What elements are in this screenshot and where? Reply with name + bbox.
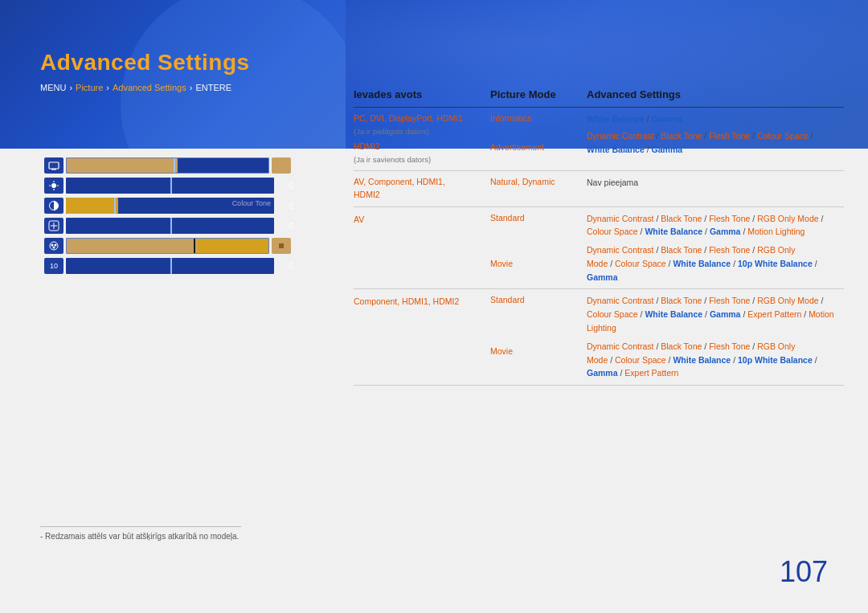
contrast-icon — [44, 198, 63, 214]
tint-icon: 10 — [44, 258, 63, 274]
breadcrumb-entere: ENTERE — [195, 83, 231, 92]
page-number: 107 — [780, 555, 828, 589]
breadcrumb: MENU › Picture › Advanced Settings › ENT… — [40, 83, 231, 92]
breadcrumb-picture: Picture — [76, 83, 103, 92]
slider-value-6: 0 — [277, 261, 293, 271]
cell-mode-1: Informatics Advertisement — [490, 112, 587, 154]
breadcrumb-menu: MENU — [40, 83, 66, 92]
table-row-1: PC, DVI, DisplayPort, HDMI1 (Ja ir pielā… — [354, 108, 844, 171]
cell-source-1: PC, DVI, DisplayPort, HDMI1 (Ja ir pielā… — [354, 112, 490, 166]
svg-rect-16 — [279, 243, 284, 248]
cell-source-4: Component, HDMI1, HDMI2 — [354, 294, 490, 309]
svg-point-3 — [51, 183, 56, 188]
col-header-source: Ievades avots — [354, 88, 490, 100]
color-icon — [44, 238, 63, 254]
note: - Redzamais attēls var būt atšķirīgs atk… — [40, 526, 241, 541]
slider-row-1 — [44, 157, 293, 174]
slider-value-3: 0 — [277, 201, 293, 210]
svg-rect-0 — [49, 162, 59, 169]
sliders-container: 0 Colour Tone 0 0 — [44, 157, 293, 277]
brightness-icon — [44, 178, 63, 194]
cell-settings-4: Dynamic Contrast / Black Tone / Flesh To… — [587, 294, 844, 380]
table-row-2: AV, Component, HDMI1,HDMI2 Natural, Dyna… — [354, 171, 844, 207]
settings-table: Ievades avots Picture Mode Advanced Sett… — [354, 88, 844, 386]
tv-icon — [44, 157, 63, 174]
cell-mode-4: Standard Movie — [490, 294, 587, 358]
slider-row-4: 0 — [44, 217, 293, 235]
svg-point-13 — [51, 244, 54, 247]
slider-bar-2[interactable] — [66, 178, 274, 194]
page-title: Advanced Settings — [40, 50, 250, 76]
slider-bar-5[interactable] — [66, 238, 269, 254]
col-header-settings: Advanced Settings — [587, 88, 844, 100]
svg-point-15 — [53, 247, 55, 249]
cell-source-3: AV — [354, 212, 490, 227]
svg-rect-2 — [278, 162, 285, 169]
slider-bar-6[interactable] — [66, 258, 274, 274]
slider-row-3: Colour Tone 0 — [44, 197, 293, 215]
slider-value-4: 0 — [277, 221, 293, 231]
table-header: Ievades avots Picture Mode Advanced Sett… — [354, 88, 844, 108]
cell-settings-1: White Balance / Gamma Dynamic Contrast /… — [587, 112, 844, 156]
slider-bar-3[interactable]: Colour Tone — [66, 198, 274, 214]
slider-thumb-display — [272, 157, 291, 174]
slider-value-2: 0 — [277, 181, 293, 190]
slider-row-5 — [44, 237, 293, 255]
slider-bar-4[interactable] — [66, 218, 274, 234]
svg-point-14 — [55, 244, 57, 247]
slider-end-icon — [272, 238, 291, 254]
table-row-4: Component, HDMI1, HDMI2 Standard Movie D… — [354, 289, 844, 386]
slider-row-2: 0 — [44, 177, 293, 194]
col-header-mode: Picture Mode — [490, 88, 587, 100]
breadcrumb-advsettings: Advanced Settings — [113, 83, 186, 92]
slider-bar-1[interactable] — [66, 157, 269, 174]
slider-row-6: 10 0 — [44, 257, 293, 275]
sharpness-icon — [44, 218, 63, 234]
cell-source-2: AV, Component, HDMI1,HDMI2 — [354, 176, 490, 202]
cell-mode-3: Standard Movie — [490, 212, 587, 272]
cell-settings-3: Dynamic Contrast / Black Tone / Flesh To… — [587, 212, 844, 284]
cell-settings-2: Nav pieejama — [587, 176, 844, 190]
svg-rect-1 — [51, 169, 56, 170]
cell-mode-2: Natural, Dynamic — [490, 176, 587, 189]
table-row-3: AV Standard Movie Dynamic Contrast / Bla… — [354, 207, 844, 290]
